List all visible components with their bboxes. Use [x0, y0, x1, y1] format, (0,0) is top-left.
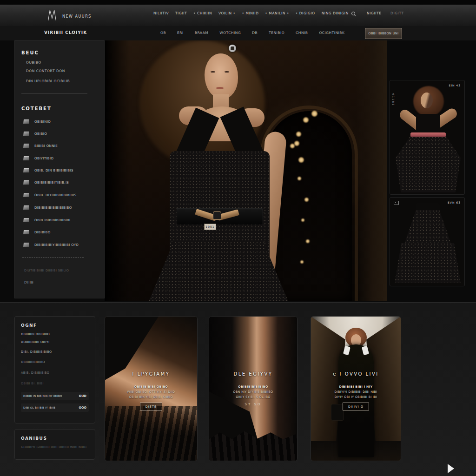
- subnav-item-5[interactable]: TENIBIO: [269, 31, 284, 35]
- basket-icon: [23, 218, 29, 222]
- hero-image[interactable]: 1051: [105, 40, 387, 301]
- product-thumbnail-2[interactable]: EVN 63: [390, 197, 465, 286]
- panel2-text: GOBIBIYI GIBIBIBI DIBI DIBIDI WIBI NIBO: [21, 445, 89, 449]
- sidebar-section1-title: BEUC: [21, 50, 39, 55]
- panel-item-3[interactable]: OBIBIBIBIBIBO: [21, 360, 89, 364]
- brand-logo[interactable]: NEW AUURS: [46, 8, 92, 24]
- subnav-item-6[interactable]: CHNIB: [296, 31, 308, 35]
- card3-details-button[interactable]: DIIIVI O: [343, 403, 369, 410]
- card1-title: I LPYGIAMY: [132, 371, 170, 377]
- info-panel: OANIBUS GOBIBIYI GIBIBIBI DIBI DIBIDI WI…: [14, 429, 95, 460]
- thumb1-side-label: 01181: [392, 93, 395, 106]
- panel-item-4[interactable]: ABIB. DIBIBIBIBO: [21, 371, 89, 375]
- card2-title: DLE EGIYVY: [234, 371, 273, 377]
- bokeh-light: [298, 177, 301, 180]
- card3-line-0: DIBIBIBI BIBI I NIY: [339, 384, 373, 389]
- panel-item-0[interactable]: OBIBIIBI OBIBIBO: [21, 332, 89, 336]
- card1-details-button[interactable]: DIETE: [140, 403, 163, 410]
- bokeh-light: [298, 157, 304, 163]
- tag-icon: [394, 201, 399, 205]
- total-row-0[interactable]: DIBIBI IN BIB NIN OY IBIIBO OUD: [21, 392, 89, 400]
- nav-item-6[interactable]: • DIGIGIO: [296, 11, 315, 15]
- total-label: DIBI OL BII BIB IY IBIIB: [23, 406, 55, 409]
- card-divider: [140, 380, 162, 380]
- subnav-item-3[interactable]: WOTCHING: [219, 31, 241, 35]
- search-icon[interactable]: [351, 12, 356, 16]
- sidebar-section2-title: COTEBET: [21, 106, 52, 111]
- sidebar-category-3[interactable]: OBIYITIBIO: [23, 156, 98, 160]
- basket-icon: [23, 243, 29, 247]
- sidebar-category-6[interactable]: OBIB. DIYIBIBIBIBIBIBIS: [23, 193, 98, 197]
- category-label: DIBIBIBIBIYIBIBIBIBI OYO: [34, 243, 79, 247]
- basket-icon: [23, 193, 29, 197]
- product-thumbnail-1[interactable]: EIN 43 01181: [390, 80, 465, 195]
- belt-tag: 1051: [204, 224, 216, 230]
- card2-line-2: GIKIY SYIBI: S OL.IBO: [236, 394, 270, 399]
- belt-knot: [213, 212, 221, 220]
- subnav-item-4[interactable]: DB: [252, 31, 258, 35]
- panel-item-1[interactable]: DOBIBIBIBI OBIYI: [21, 340, 89, 344]
- sidebar-category-9[interactable]: DIBIBIBO: [23, 230, 98, 234]
- sidebar-category-8[interactable]: OBIB IBIBIBIBIBIBIBI: [23, 218, 98, 222]
- subnav-item-7[interactable]: OCIGHTINIBK: [319, 31, 344, 35]
- subnav-item-1[interactable]: ERI: [177, 31, 184, 35]
- sidebar-category-2[interactable]: BIBIBI ONNIE: [23, 144, 98, 148]
- card3-line-1: DIBIYIYI DIBIBIBI DIBI NIBI: [335, 389, 377, 394]
- category-label: OBIB. DIN BIBIBIBIBIS: [34, 169, 73, 172]
- card-divider: [345, 380, 367, 380]
- nav-item-7[interactable]: NING DINIGIN: [322, 11, 349, 15]
- secondary-link[interactable]: DIGITT: [390, 11, 404, 15]
- sidebar-category-5[interactable]: OBIBIBIBIBIYIBIB.IS: [23, 180, 98, 185]
- sidebar-category-10[interactable]: DIBIBIBIBIYIBIBIBIBI OYO: [23, 243, 98, 247]
- sidebar-divider: [21, 93, 87, 94]
- nav-item-2[interactable]: • CHIKIIN: [193, 11, 212, 15]
- category-label: BIBIBI ONNIE: [34, 144, 58, 148]
- sidebar-link-2[interactable]: DIN UPLOBIBI OCIBIUB: [26, 79, 70, 83]
- sidebar-link-1[interactable]: DON CONTOBT DON: [26, 69, 65, 73]
- subheader-cta-button[interactable]: OBBI IBIBBON UNI: [365, 28, 402, 39]
- brand-monogram-icon: [46, 8, 59, 24]
- sidebar-category-1[interactable]: OBIBIO: [23, 132, 98, 136]
- nav-item-3[interactable]: VOILIN •: [218, 11, 236, 15]
- nav-item-4[interactable]: • MINIID: [242, 11, 258, 15]
- model-eye: [225, 71, 229, 73]
- next-arrow-button[interactable]: [448, 464, 454, 473]
- card2-line-0: OBIBIBIBIBIBIBO: [238, 384, 268, 389]
- bokeh-light: [311, 111, 317, 117]
- nav-item-0[interactable]: NILIITIV: [153, 11, 169, 15]
- thumb1-corner-label: EIN 43: [449, 84, 461, 87]
- top-strip: [0, 0, 476, 5]
- panel-title: OGNF: [21, 323, 89, 328]
- panel-item-2[interactable]: DIBI. DIBIBIBIBIBO: [21, 350, 89, 354]
- bokeh-light: [303, 117, 309, 123]
- category-label: OBIBIO: [34, 132, 47, 136]
- brand-name: NEW AUURS: [62, 14, 92, 19]
- total-label: DIBIBI IN BIB NIN OY IBIIBO: [23, 395, 62, 397]
- total-row-1[interactable]: DIBI OL BII BIB IY IBIIB OOO: [21, 403, 89, 412]
- basket-icon: [23, 119, 29, 124]
- product-card-2[interactable]: DLE EGIYVY OBIBIBIBIBIBIBO OBN NIY DIY B…: [209, 316, 298, 461]
- nav-item-1[interactable]: TIGIIT: [175, 11, 187, 15]
- panel2-title: OANIBUS: [21, 436, 89, 441]
- thumb1-waistband: [410, 132, 446, 137]
- subheader-brand: VIRIBII CLOIYIK: [44, 30, 87, 35]
- bokeh-light: [306, 239, 310, 243]
- basket-icon: [23, 205, 29, 210]
- subnav-item-2[interactable]: BRAAM: [195, 31, 209, 35]
- sidebar-footer-link[interactable]: DIIIB: [24, 280, 34, 284]
- sidebar-category-7[interactable]: DIBIBIBIBIBIBIBIBIBO: [23, 205, 98, 210]
- model-face: [205, 53, 238, 99]
- bokeh-light: [300, 260, 304, 264]
- sidebar-category-0[interactable]: OBIBINIO: [23, 119, 98, 124]
- account-link[interactable]: NIGIITE: [367, 11, 382, 15]
- panel-item-5[interactable]: OBIBI BI. BIBI: [21, 382, 89, 385]
- subnav-item-0[interactable]: OB: [160, 31, 166, 35]
- nav-item-5[interactable]: • MANILIN •: [265, 11, 289, 15]
- product-card-1[interactable]: I LPYGIAMY OBIBIBIBIBI OBIBO WIBI OBI SO…: [105, 316, 198, 461]
- sidebar-link-0[interactable]: OUBIBO: [26, 60, 41, 65]
- product-card-3[interactable]: e I OVVO LIVI DIBIBIBI BIBI I NIY DIBIYI…: [311, 316, 401, 461]
- thumb1-face: [421, 93, 433, 108]
- thumb2-skirt-tier: [395, 243, 461, 283]
- sidebar-category-4[interactable]: OBIB. DIN BIBIBIBIBIS: [23, 168, 98, 172]
- basket-icon: [23, 132, 29, 136]
